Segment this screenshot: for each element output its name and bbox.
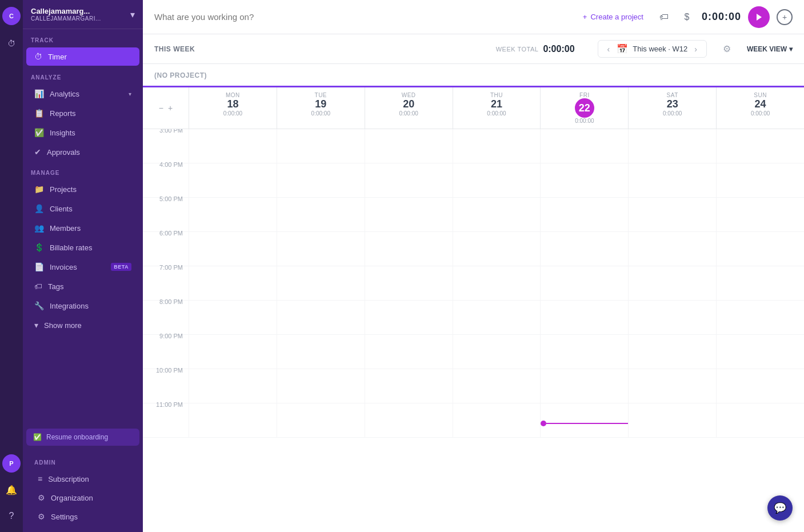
cell-sat-9pm[interactable] bbox=[628, 335, 716, 369]
cell-sat-6pm[interactable] bbox=[628, 232, 716, 266]
cell-thu-3pm[interactable] bbox=[453, 129, 541, 163]
notifications-icon[interactable]: 🔔 bbox=[2, 481, 21, 499]
sidebar-item-invoices[interactable]: 📄 Invoices BETA bbox=[26, 258, 139, 276]
sidebar-item-timer[interactable]: ⏱ Timer bbox=[26, 47, 139, 66]
cell-fri-8pm[interactable] bbox=[540, 301, 628, 334]
cell-sun-5pm[interactable] bbox=[716, 198, 804, 231]
cell-tue-8pm[interactable] bbox=[277, 301, 365, 334]
create-project-button[interactable]: + Create a project bbox=[577, 9, 649, 25]
cell-mon-6pm[interactable] bbox=[189, 232, 277, 266]
cell-sat-4pm[interactable] bbox=[628, 163, 716, 197]
prev-week-button[interactable]: ‹ bbox=[605, 45, 613, 54]
profile-avatar[interactable]: P bbox=[2, 454, 21, 473]
cell-sun-11pm[interactable] bbox=[716, 403, 804, 437]
next-week-button[interactable]: › bbox=[692, 45, 699, 54]
cell-thu-4pm[interactable] bbox=[453, 163, 541, 197]
cell-wed-11pm[interactable] bbox=[365, 403, 453, 437]
sidebar-item-insights[interactable]: ✅ Insights bbox=[26, 123, 139, 142]
cell-wed-4pm[interactable] bbox=[365, 163, 453, 197]
cell-sun-6pm[interactable] bbox=[716, 232, 804, 266]
cell-tue-9pm[interactable] bbox=[277, 335, 365, 369]
week-settings-icon[interactable]: ⚙ bbox=[723, 43, 731, 54]
cell-tue-7pm[interactable] bbox=[277, 266, 365, 300]
cell-tue-4pm[interactable] bbox=[277, 163, 365, 197]
help-icon[interactable]: ? bbox=[2, 507, 21, 525]
cell-tue-5pm[interactable] bbox=[277, 198, 365, 231]
sidebar-item-projects[interactable]: 📁 Projects bbox=[26, 180, 139, 198]
cell-fri-9pm[interactable] bbox=[540, 335, 628, 369]
cell-sat-11pm[interactable] bbox=[628, 403, 716, 437]
cell-sat-10pm[interactable] bbox=[628, 369, 716, 403]
workspace-avatar[interactable]: C bbox=[2, 7, 21, 25]
cell-wed-9pm[interactable] bbox=[365, 335, 453, 369]
week-nav-control[interactable]: ‹ 📅 This week · W12 › bbox=[598, 40, 707, 58]
cell-mon-8pm[interactable] bbox=[189, 301, 277, 334]
sidebar-item-clients[interactable]: 👤 Clients bbox=[26, 199, 139, 218]
zoom-in-button[interactable]: + bbox=[167, 102, 174, 114]
resume-onboarding-button[interactable]: ✅ Resume onboarding bbox=[26, 429, 139, 446]
workspace-dropdown-icon[interactable]: ▾ bbox=[130, 9, 135, 20]
sidebar-item-settings[interactable]: ⚙ Settings bbox=[30, 507, 136, 526]
cell-sat-3pm[interactable] bbox=[628, 129, 716, 163]
sidebar-item-subscription[interactable]: ≡ Subscription bbox=[30, 470, 136, 488]
sidebar-item-analytics[interactable]: 📊 Analytics ▾ bbox=[26, 85, 139, 103]
cell-fri-4pm[interactable] bbox=[540, 163, 628, 197]
sidebar-item-members[interactable]: 👥 Members bbox=[26, 219, 139, 237]
cell-wed-8pm[interactable] bbox=[365, 301, 453, 334]
cell-wed-7pm[interactable] bbox=[365, 266, 453, 300]
show-more-button[interactable]: ▾ Show more bbox=[26, 316, 139, 334]
history-icon[interactable]: ⏱ bbox=[2, 34, 21, 53]
cell-thu-5pm[interactable] bbox=[453, 198, 541, 231]
billable-toggle-icon[interactable]: $ bbox=[679, 9, 695, 25]
cell-tue-6pm[interactable] bbox=[277, 232, 365, 266]
sidebar-item-reports[interactable]: 📋 Reports bbox=[26, 104, 139, 122]
sidebar-item-billable-rates[interactable]: 💲 Billable rates bbox=[26, 238, 139, 257]
cell-wed-3pm[interactable] bbox=[365, 129, 453, 163]
calendar-area[interactable]: (NO PROJECT) − + MON 18 0:00:00 TUE 19 0… bbox=[143, 64, 804, 532]
cell-fri-6pm[interactable] bbox=[540, 232, 628, 266]
cell-sun-10pm[interactable] bbox=[716, 369, 804, 403]
cell-sat-7pm[interactable] bbox=[628, 266, 716, 300]
sidebar-item-tags[interactable]: 🏷 Tags bbox=[26, 277, 139, 295]
sidebar-item-integrations[interactable]: 🔧 Integrations bbox=[26, 297, 139, 315]
cell-mon-5pm[interactable] bbox=[189, 198, 277, 231]
cell-mon-4pm[interactable] bbox=[189, 163, 277, 197]
cell-thu-10pm[interactable] bbox=[453, 369, 541, 403]
cell-mon-11pm[interactable] bbox=[189, 403, 277, 437]
sidebar-item-approvals[interactable]: ✔ Approvals bbox=[26, 143, 139, 161]
cell-mon-7pm[interactable] bbox=[189, 266, 277, 300]
cell-fri-10pm[interactable] bbox=[540, 369, 628, 403]
add-manual-entry-button[interactable]: + bbox=[777, 9, 793, 25]
cell-mon-10pm[interactable] bbox=[189, 369, 277, 403]
cell-wed-5pm[interactable] bbox=[365, 198, 453, 231]
cell-mon-3pm[interactable] bbox=[189, 129, 277, 163]
cell-fri-7pm[interactable] bbox=[540, 266, 628, 300]
cell-tue-10pm[interactable] bbox=[277, 369, 365, 403]
zoom-out-button[interactable]: − bbox=[158, 102, 165, 114]
start-timer-button[interactable] bbox=[748, 6, 770, 28]
chat-button[interactable]: 💬 bbox=[767, 495, 793, 521]
time-entry-input[interactable] bbox=[154, 12, 577, 22]
cell-fri-5pm[interactable] bbox=[540, 198, 628, 231]
cell-thu-7pm[interactable] bbox=[453, 266, 541, 300]
cell-sun-9pm[interactable] bbox=[716, 335, 804, 369]
cell-fri-3pm[interactable] bbox=[540, 129, 628, 163]
cell-sun-4pm[interactable] bbox=[716, 163, 804, 197]
cell-thu-11pm[interactable] bbox=[453, 403, 541, 437]
cell-tue-11pm[interactable] bbox=[277, 403, 365, 437]
week-view-button[interactable]: WEEK VIEW ▾ bbox=[747, 45, 793, 53]
cell-thu-6pm[interactable] bbox=[453, 232, 541, 266]
cell-wed-10pm[interactable] bbox=[365, 369, 453, 403]
cell-sat-8pm[interactable] bbox=[628, 301, 716, 334]
cell-sat-5pm[interactable] bbox=[628, 198, 716, 231]
cell-thu-9pm[interactable] bbox=[453, 335, 541, 369]
tag-icon[interactable]: 🏷 bbox=[656, 9, 672, 25]
cell-thu-8pm[interactable] bbox=[453, 301, 541, 334]
cell-mon-9pm[interactable] bbox=[189, 335, 277, 369]
cell-tue-3pm[interactable] bbox=[277, 129, 365, 163]
cell-fri-11pm[interactable] bbox=[540, 403, 628, 437]
sidebar-item-organization[interactable]: ⚙ Organization bbox=[30, 489, 136, 507]
cell-sun-3pm[interactable] bbox=[716, 129, 804, 163]
cell-sun-8pm[interactable] bbox=[716, 301, 804, 334]
cell-wed-6pm[interactable] bbox=[365, 232, 453, 266]
